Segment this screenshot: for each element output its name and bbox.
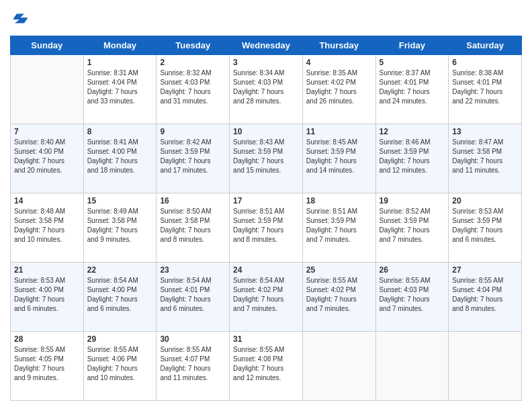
calendar-week-row: 1Sunrise: 8:31 AM Sunset: 4:04 PM Daylig…	[11, 55, 522, 124]
day-info: Sunrise: 8:55 AM Sunset: 4:07 PM Dayligh…	[160, 345, 226, 383]
calendar-cell: 8Sunrise: 8:41 AM Sunset: 4:00 PM Daylig…	[83, 124, 157, 193]
calendar-week-row: 14Sunrise: 8:48 AM Sunset: 3:58 PM Dayli…	[11, 193, 522, 263]
day-info: Sunrise: 8:40 AM Sunset: 4:00 PM Dayligh…	[14, 138, 80, 175]
calendar-table: SundayMondayTuesdayWednesdayThursdayFrid…	[10, 36, 522, 401]
calendar-cell	[11, 55, 84, 124]
calendar-cell: 16Sunrise: 8:50 AM Sunset: 3:58 PM Dayli…	[157, 193, 230, 263]
calendar-cell: 2Sunrise: 8:32 AM Sunset: 4:03 PM Daylig…	[157, 55, 230, 124]
day-number: 19	[380, 196, 445, 205]
day-info: Sunrise: 8:55 AM Sunset: 4:06 PM Dayligh…	[87, 345, 153, 383]
calendar-week-row: 7Sunrise: 8:40 AM Sunset: 4:00 PM Daylig…	[11, 124, 522, 193]
day-info: Sunrise: 8:53 AM Sunset: 4:00 PM Dayligh…	[14, 276, 80, 314]
day-number: 4	[306, 58, 372, 67]
day-info: Sunrise: 8:47 AM Sunset: 3:58 PM Dayligh…	[452, 138, 518, 175]
day-number: 21	[14, 265, 80, 275]
calendar-cell: 7Sunrise: 8:40 AM Sunset: 4:00 PM Daylig…	[11, 124, 84, 193]
calendar-cell: 12Sunrise: 8:46 AM Sunset: 3:59 PM Dayli…	[375, 124, 449, 193]
calendar-cell: 26Sunrise: 8:55 AM Sunset: 4:03 PM Dayli…	[375, 263, 449, 332]
day-number: 9	[160, 127, 226, 136]
day-info: Sunrise: 8:55 AM Sunset: 4:05 PM Dayligh…	[14, 345, 80, 383]
day-number: 20	[452, 196, 518, 205]
day-info: Sunrise: 8:54 AM Sunset: 4:02 PM Dayligh…	[233, 276, 299, 314]
calendar-cell: 14Sunrise: 8:48 AM Sunset: 3:58 PM Dayli…	[11, 193, 84, 263]
day-number: 11	[306, 127, 372, 136]
day-info: Sunrise: 8:49 AM Sunset: 3:58 PM Dayligh…	[87, 207, 153, 244]
day-header-sunday: Sunday	[11, 36, 84, 55]
day-number: 26	[380, 265, 445, 275]
calendar-cell: 23Sunrise: 8:54 AM Sunset: 4:01 PM Dayli…	[157, 263, 230, 332]
calendar-cell: 27Sunrise: 8:55 AM Sunset: 4:04 PM Dayli…	[449, 263, 522, 332]
day-number: 22	[87, 265, 153, 275]
day-info: Sunrise: 8:41 AM Sunset: 4:00 PM Dayligh…	[87, 138, 153, 175]
calendar-cell	[449, 332, 522, 401]
day-info: Sunrise: 8:43 AM Sunset: 3:59 PM Dayligh…	[233, 138, 299, 175]
day-number: 16	[160, 196, 226, 205]
calendar-cell	[302, 332, 375, 401]
calendar-cell: 6Sunrise: 8:38 AM Sunset: 4:01 PM Daylig…	[449, 55, 522, 124]
day-number: 17	[233, 196, 299, 205]
calendar-cell: 13Sunrise: 8:47 AM Sunset: 3:58 PM Dayli…	[449, 124, 522, 193]
day-info: Sunrise: 8:55 AM Sunset: 4:02 PM Dayligh…	[306, 276, 372, 314]
calendar-cell: 3Sunrise: 8:34 AM Sunset: 4:03 PM Daylig…	[230, 55, 303, 124]
day-number: 2	[160, 58, 226, 67]
calendar-cell: 24Sunrise: 8:54 AM Sunset: 4:02 PM Dayli…	[230, 263, 303, 332]
calendar-cell: 30Sunrise: 8:55 AM Sunset: 4:07 PM Dayli…	[157, 332, 230, 401]
day-number: 6	[452, 58, 518, 67]
day-info: Sunrise: 8:48 AM Sunset: 3:58 PM Dayligh…	[14, 207, 80, 244]
calendar-cell: 5Sunrise: 8:37 AM Sunset: 4:01 PM Daylig…	[375, 55, 449, 124]
calendar-cell: 17Sunrise: 8:51 AM Sunset: 3:59 PM Dayli…	[230, 193, 303, 263]
calendar-cell: 25Sunrise: 8:55 AM Sunset: 4:02 PM Dayli…	[302, 263, 375, 332]
day-number: 14	[14, 196, 80, 205]
day-number: 24	[233, 265, 299, 275]
day-info: Sunrise: 8:42 AM Sunset: 3:59 PM Dayligh…	[160, 138, 226, 175]
day-info: Sunrise: 8:34 AM Sunset: 4:03 PM Dayligh…	[233, 68, 299, 106]
calendar-cell: 29Sunrise: 8:55 AM Sunset: 4:06 PM Dayli…	[83, 332, 157, 401]
day-header-friday: Friday	[375, 36, 449, 55]
calendar-cell: 28Sunrise: 8:55 AM Sunset: 4:05 PM Dayli…	[11, 332, 84, 401]
day-info: Sunrise: 8:35 AM Sunset: 4:02 PM Dayligh…	[306, 68, 372, 106]
day-header-saturday: Saturday	[449, 36, 522, 55]
day-number: 12	[380, 127, 445, 136]
day-number: 15	[87, 196, 153, 205]
day-info: Sunrise: 8:37 AM Sunset: 4:01 PM Dayligh…	[380, 68, 445, 106]
day-number: 31	[233, 334, 299, 344]
day-info: Sunrise: 8:54 AM Sunset: 4:01 PM Dayligh…	[160, 276, 226, 314]
calendar-cell	[375, 332, 449, 401]
calendar-cell: 11Sunrise: 8:45 AM Sunset: 3:59 PM Dayli…	[302, 124, 375, 193]
day-number: 29	[87, 334, 153, 344]
day-number: 18	[306, 196, 372, 205]
day-header-monday: Monday	[83, 36, 157, 55]
calendar-week-row: 28Sunrise: 8:55 AM Sunset: 4:05 PM Dayli…	[11, 332, 522, 401]
calendar-cell: 4Sunrise: 8:35 AM Sunset: 4:02 PM Daylig…	[302, 55, 375, 124]
calendar-cell: 20Sunrise: 8:53 AM Sunset: 3:59 PM Dayli…	[449, 193, 522, 263]
day-info: Sunrise: 8:51 AM Sunset: 3:59 PM Dayligh…	[306, 207, 372, 244]
calendar-cell: 1Sunrise: 8:31 AM Sunset: 4:04 PM Daylig…	[83, 55, 157, 124]
day-number: 3	[233, 58, 299, 67]
day-info: Sunrise: 8:55 AM Sunset: 4:04 PM Dayligh…	[452, 276, 518, 314]
calendar-cell: 22Sunrise: 8:54 AM Sunset: 4:00 PM Dayli…	[83, 263, 157, 332]
day-info: Sunrise: 8:46 AM Sunset: 3:59 PM Dayligh…	[380, 138, 445, 175]
day-info: Sunrise: 8:50 AM Sunset: 3:58 PM Dayligh…	[160, 207, 226, 244]
day-info: Sunrise: 8:31 AM Sunset: 4:04 PM Dayligh…	[87, 68, 153, 106]
day-info: Sunrise: 8:38 AM Sunset: 4:01 PM Dayligh…	[452, 68, 518, 106]
calendar-cell: 10Sunrise: 8:43 AM Sunset: 3:59 PM Dayli…	[230, 124, 303, 193]
day-info: Sunrise: 8:54 AM Sunset: 4:00 PM Dayligh…	[87, 276, 153, 314]
day-number: 1	[87, 58, 153, 67]
day-header-thursday: Thursday	[302, 36, 375, 55]
day-number: 27	[452, 265, 518, 275]
day-number: 30	[160, 334, 226, 344]
day-number: 5	[380, 58, 445, 67]
day-info: Sunrise: 8:53 AM Sunset: 3:59 PM Dayligh…	[452, 207, 518, 244]
logo	[10, 10, 30, 29]
day-info: Sunrise: 8:55 AM Sunset: 4:03 PM Dayligh…	[380, 276, 445, 314]
calendar-week-row: 21Sunrise: 8:53 AM Sunset: 4:00 PM Dayli…	[11, 263, 522, 332]
day-number: 23	[160, 265, 226, 275]
day-header-tuesday: Tuesday	[157, 36, 230, 55]
calendar-cell: 9Sunrise: 8:42 AM Sunset: 3:59 PM Daylig…	[157, 124, 230, 193]
day-number: 7	[14, 127, 80, 136]
day-info: Sunrise: 8:45 AM Sunset: 3:59 PM Dayligh…	[306, 138, 372, 175]
day-number: 10	[233, 127, 299, 136]
calendar-header-row: SundayMondayTuesdayWednesdayThursdayFrid…	[11, 36, 522, 55]
day-info: Sunrise: 8:52 AM Sunset: 3:59 PM Dayligh…	[380, 207, 445, 244]
calendar-cell: 31Sunrise: 8:55 AM Sunset: 4:08 PM Dayli…	[230, 332, 303, 401]
